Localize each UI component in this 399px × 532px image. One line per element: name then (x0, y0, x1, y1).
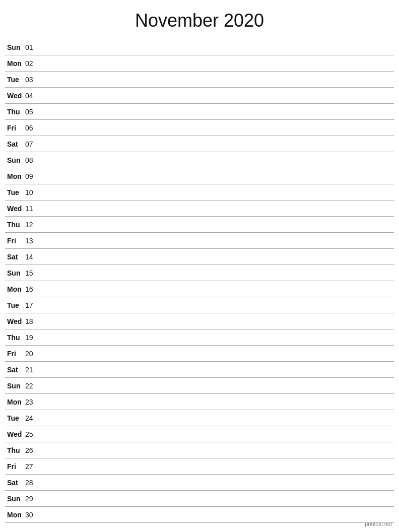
day-number: 17 (25, 301, 40, 309)
day-line (40, 289, 394, 289)
day-number: 14 (25, 253, 40, 261)
day-line (40, 176, 394, 176)
day-name: Sat (5, 366, 25, 374)
day-name: Fri (5, 350, 25, 358)
day-name: Tue (5, 414, 25, 422)
day-number: 08 (25, 156, 40, 164)
day-line (40, 369, 394, 370)
day-line (40, 95, 394, 96)
day-row: Tue10 (5, 184, 394, 201)
day-name: Tue (5, 188, 25, 196)
day-number: 13 (25, 237, 40, 245)
day-name: Thu (5, 334, 25, 342)
day-line (40, 192, 394, 192)
day-name: Mon (5, 172, 25, 180)
day-number: 10 (25, 188, 40, 196)
day-name: Thu (5, 446, 25, 454)
day-number: 23 (25, 398, 40, 406)
day-row: Sun01 (5, 39, 394, 55)
day-line (40, 79, 394, 80)
day-name: Wed (5, 92, 25, 100)
day-line (40, 402, 394, 402)
day-line (40, 208, 394, 209)
day-name: Sun (5, 43, 25, 51)
footer-text: printcal.net (365, 521, 392, 527)
day-name: Wed (5, 205, 25, 213)
day-number: 29 (25, 495, 40, 503)
day-name: Sun (5, 156, 25, 164)
day-name: Sat (5, 140, 25, 148)
day-row: Fri06 (5, 120, 394, 136)
day-line (40, 305, 394, 305)
day-row: Sun22 (5, 378, 394, 394)
day-row: Sun15 (5, 265, 394, 281)
day-number: 26 (25, 446, 40, 454)
day-name: Sun (5, 495, 25, 503)
day-row: Wed18 (5, 313, 394, 329)
day-row: Wed25 (5, 426, 394, 442)
day-line (40, 160, 394, 160)
day-line (40, 47, 394, 47)
day-row: Tue24 (5, 410, 394, 426)
day-name: Tue (5, 76, 25, 84)
day-line (40, 466, 394, 467)
day-number: 22 (25, 382, 40, 390)
day-name: Sun (5, 269, 25, 277)
day-line (40, 273, 394, 273)
day-name: Mon (5, 59, 25, 68)
day-name: Mon (5, 511, 25, 519)
day-name: Sat (5, 253, 25, 261)
day-row: Mon09 (5, 168, 394, 184)
day-line (40, 63, 394, 63)
day-line (40, 418, 394, 418)
day-row: Sat21 (5, 362, 394, 378)
day-line (40, 224, 394, 225)
day-number: 05 (25, 108, 40, 116)
day-row: Mon16 (5, 281, 394, 297)
day-line (40, 127, 394, 128)
day-row: Wed04 (5, 88, 394, 104)
day-line (40, 434, 394, 434)
day-name: Fri (5, 462, 25, 471)
day-number: 12 (25, 221, 40, 229)
day-number: 20 (25, 350, 40, 358)
day-line (40, 353, 394, 354)
day-line (40, 385, 394, 386)
day-row: Sat07 (5, 136, 394, 152)
day-name: Tue (5, 301, 25, 309)
day-name: Sat (5, 479, 25, 487)
day-number: 06 (25, 124, 40, 132)
day-number: 07 (25, 140, 40, 148)
day-row: Mon02 (5, 55, 394, 72)
page-title: November 2020 (0, 0, 399, 39)
day-number: 15 (25, 269, 40, 277)
day-number: 28 (25, 479, 40, 487)
day-number: 19 (25, 334, 40, 342)
day-row: Fri27 (5, 458, 394, 475)
day-number: 11 (25, 205, 40, 213)
day-number: 04 (25, 92, 40, 100)
day-name: Wed (5, 317, 25, 325)
day-line (40, 144, 394, 144)
day-number: 02 (25, 59, 40, 68)
day-line (40, 256, 394, 257)
day-row: Sat28 (5, 475, 394, 491)
day-line (40, 498, 394, 499)
day-name: Thu (5, 221, 25, 229)
day-row: Thu19 (5, 329, 394, 346)
day-row: Tue17 (5, 297, 394, 313)
day-name: Fri (5, 124, 25, 132)
day-line (40, 240, 394, 241)
day-number: 18 (25, 317, 40, 325)
day-line (40, 450, 394, 450)
day-row: Wed11 (5, 201, 394, 217)
day-name: Mon (5, 398, 25, 406)
day-number: 03 (25, 76, 40, 84)
day-row: Fri13 (5, 233, 394, 249)
day-number: 09 (25, 172, 40, 180)
day-line (40, 337, 394, 338)
day-row: Thu26 (5, 442, 394, 458)
day-number: 16 (25, 285, 40, 293)
day-line (40, 482, 394, 483)
day-name: Thu (5, 108, 25, 116)
